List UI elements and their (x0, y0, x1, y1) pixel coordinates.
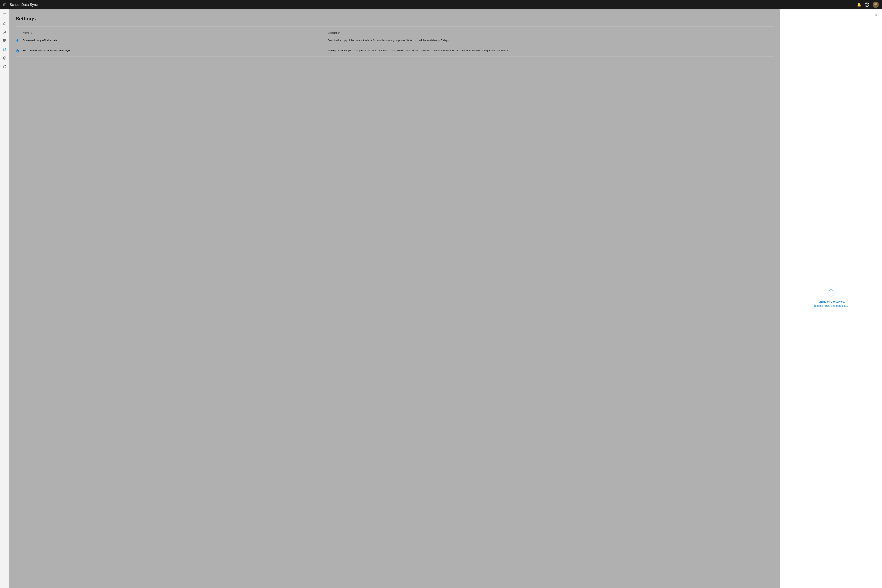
right-panel: × Turning off the service, deleting flow… (780, 9, 882, 588)
svg-rect-2 (3, 14, 6, 14)
svg-rect-4 (3, 16, 6, 16)
download-icon-cell (16, 36, 23, 46)
loading-container: Turning off the service, deleting flows … (814, 290, 849, 308)
svg-rect-3 (3, 15, 6, 15)
sidebar-item-settings[interactable] (1, 45, 9, 53)
settings-page: Settings Name ↓ Description (16, 16, 774, 57)
sidebar-item-menu[interactable] (1, 11, 9, 19)
turnoff-row-name: Turn On/Off Microsoft School Data Sync (23, 46, 327, 57)
table-header: Name ↓ Description (16, 30, 774, 36)
icon-col-header (16, 30, 23, 36)
svg-point-10 (4, 49, 5, 50)
waffle-icon[interactable]: ⊞ (3, 2, 6, 7)
close-button[interactable]: × (874, 12, 878, 18)
topbar-icons: 🔔 ? (857, 2, 879, 8)
table-row: Turn On/Off Microsoft School Data Sync T… (16, 46, 774, 57)
sidebar: ? (0, 9, 9, 588)
topbar: ⊞ School Data Sync 🔔 ? (0, 0, 882, 9)
avatar-status-dot (877, 6, 879, 8)
download-row-name: Download copy of Lake data (23, 36, 327, 46)
page-title: Settings (16, 16, 774, 22)
avatar[interactable] (873, 2, 879, 8)
loading-spinner (828, 290, 835, 297)
app-title: School Data Sync (10, 3, 857, 7)
active-indicator (1, 46, 2, 52)
sidebar-item-help[interactable]: ? (1, 63, 9, 70)
svg-point-0 (874, 3, 877, 6)
notification-icon[interactable]: 🔔 (857, 3, 861, 7)
sidebar-item-support[interactable] (1, 54, 9, 62)
download-row-description: Download a copy of the data in the lake … (327, 36, 774, 46)
turnoff-row-description: Turning off allows you to stop using Sch… (327, 46, 774, 57)
layout: ? Settings Name ↓ Description (0, 0, 882, 588)
table-row: Download copy of Lake data Download a co… (16, 36, 774, 46)
settings-table: Name ↓ Description (16, 30, 774, 57)
loading-text: Turning off the service, deleting flows … (814, 300, 849, 308)
svg-point-5 (4, 31, 6, 32)
description-column-header: Description (327, 30, 774, 36)
sidebar-item-data[interactable] (1, 37, 9, 45)
svg-rect-6 (3, 39, 4, 40)
sidebar-item-home[interactable] (1, 20, 9, 27)
svg-point-12 (4, 59, 5, 59)
svg-rect-9 (5, 41, 6, 42)
sidebar-item-user[interactable] (1, 28, 9, 36)
sort-arrow-icon: ↓ (31, 32, 32, 34)
help-icon[interactable]: ? (865, 3, 869, 7)
name-column-header[interactable]: Name ↓ (23, 30, 327, 36)
svg-rect-7 (5, 39, 6, 40)
power-icon-cell (16, 46, 23, 57)
table-body: Download copy of Lake data Download a co… (16, 36, 774, 57)
main-content: Settings Name ↓ Description (9, 9, 780, 588)
svg-text:?: ? (4, 66, 5, 68)
svg-rect-8 (3, 41, 4, 42)
